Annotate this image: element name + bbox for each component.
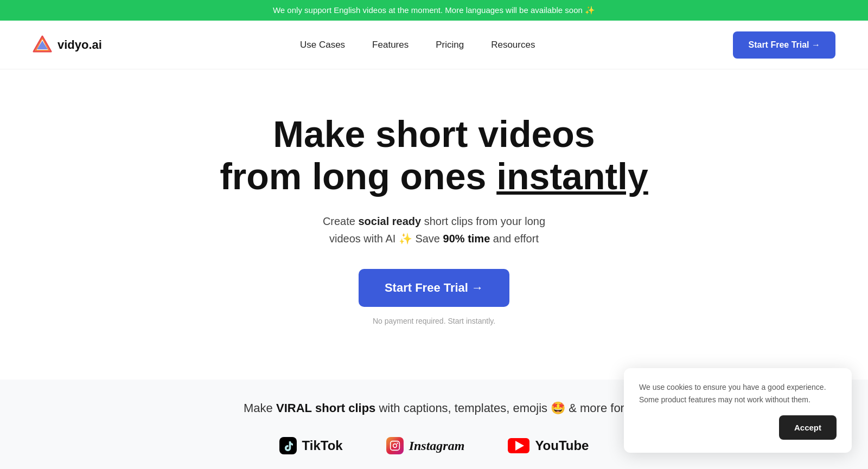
instagram-icon xyxy=(386,437,404,454)
hero-subtitle-part2: short clips from your long xyxy=(421,215,545,227)
hero-title-instantly: instantly xyxy=(496,156,648,197)
hero-subtitle-part1: Create xyxy=(323,215,359,227)
nav-cta-button[interactable]: Start Free Trial → xyxy=(733,31,835,59)
hero-subtitle-time: time xyxy=(465,233,490,245)
hero-title-line1: Make short videos xyxy=(273,113,595,155)
hero-subtitle-social-ready: social ready xyxy=(358,215,421,227)
navbar: vidyo.ai Use Cases Features Pricing Reso… xyxy=(0,21,868,69)
logo-text: vidyo.ai xyxy=(58,38,102,52)
nav-links: Use Cases Features Pricing Resources xyxy=(300,40,535,50)
logo-area[interactable]: vidyo.ai xyxy=(33,35,102,55)
platform-instagram: Instagram xyxy=(386,437,465,454)
hero-subtitle-part3: videos with AI ✨ Save xyxy=(329,233,443,245)
svg-point-6 xyxy=(397,443,398,445)
youtube-play-icon xyxy=(515,441,524,451)
hero-no-payment-text: No payment required. Start instantly. xyxy=(373,317,495,325)
cookie-accept-button[interactable]: Accept xyxy=(779,415,837,440)
instagram-label: Instagram xyxy=(409,439,465,453)
platform-youtube: YouTube xyxy=(508,438,589,453)
youtube-icon xyxy=(508,438,529,453)
hero-subtitle-part4: and effort xyxy=(490,233,539,245)
hero-section: Make short videos from long ones instant… xyxy=(0,69,868,380)
hero-subtitle-percent: 90% xyxy=(443,233,465,245)
social-proof-title-part3: with captions, templates, emojis 🤩 & mor… xyxy=(375,401,624,415)
nav-link-use-cases[interactable]: Use Cases xyxy=(300,40,345,50)
tiktok-label: TikTok xyxy=(302,438,343,453)
nav-link-resources[interactable]: Resources xyxy=(491,40,535,50)
hero-title-line2-plain: from long ones xyxy=(220,156,496,197)
nav-link-pricing[interactable]: Pricing xyxy=(436,40,464,50)
youtube-label: YouTube xyxy=(535,438,589,453)
announcement-text: We only support English videos at the mo… xyxy=(273,5,595,15)
hero-cta-button[interactable]: Start Free Trial → xyxy=(359,269,509,307)
hero-title: Make short videos from long ones instant… xyxy=(220,113,648,197)
platform-tiktok: TikTok xyxy=(279,437,343,454)
social-proof-short-clips: short clips xyxy=(315,401,375,415)
svg-rect-4 xyxy=(390,441,399,451)
hero-subtitle: Create social ready short clips from you… xyxy=(323,213,545,247)
svg-point-5 xyxy=(393,444,397,448)
announcement-bar: We only support English videos at the mo… xyxy=(0,0,868,21)
cookie-banner: We use cookies to ensure you have a good… xyxy=(624,368,852,453)
tiktok-icon xyxy=(279,437,297,454)
cookie-text: We use cookies to ensure you have a good… xyxy=(639,381,837,406)
nav-link-features[interactable]: Features xyxy=(372,40,409,50)
social-proof-title-part1: Make xyxy=(244,401,276,415)
social-proof-viral: VIRAL xyxy=(276,401,312,415)
logo-icon xyxy=(33,35,52,55)
